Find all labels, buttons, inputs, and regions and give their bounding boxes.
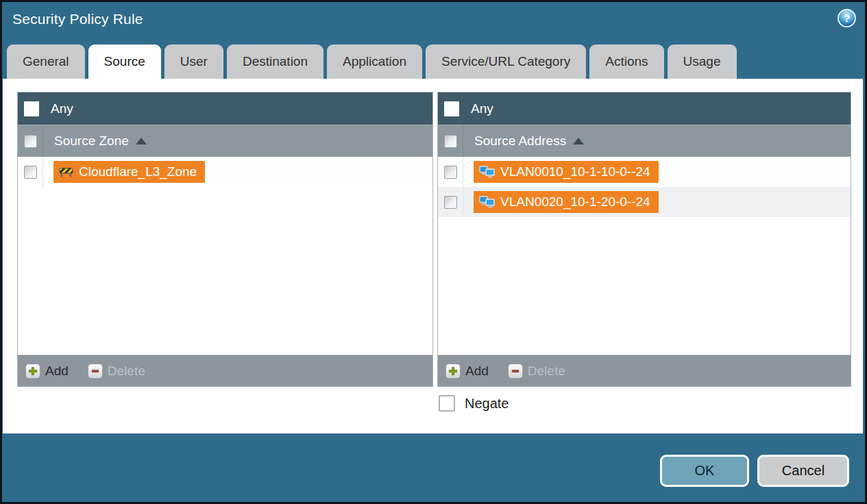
source-zone-any-checkbox[interactable] xyxy=(24,101,39,116)
tab-service-url-category[interactable]: Service/URL Category xyxy=(426,45,586,79)
source-zone-add-button[interactable]: Add xyxy=(25,364,69,379)
address-icon xyxy=(479,166,495,178)
delete-button-label: Delete xyxy=(108,364,145,379)
source-address-row[interactable]: VLAN0020_10-1-20-0--24 xyxy=(438,187,851,217)
tab-source[interactable]: Source xyxy=(88,45,161,79)
source-address-column-title: Source Address xyxy=(474,134,566,149)
source-address-item-label: VLAN0020_10-1-20-0--24 xyxy=(500,194,650,210)
row-checkbox-cell xyxy=(18,157,43,187)
help-icon[interactable]: ? xyxy=(838,9,856,27)
negate-checkbox[interactable] xyxy=(439,395,455,412)
source-address-select-all-checkbox[interactable] xyxy=(444,135,457,148)
source-address-add-button[interactable]: Add xyxy=(445,364,489,379)
source-zone-column-header[interactable]: Source Zone xyxy=(18,125,432,157)
source-address-header-checkbox-cell xyxy=(438,125,463,157)
source-address-any-checkbox[interactable] xyxy=(444,101,459,116)
negate-label: Negate xyxy=(465,396,509,412)
source-address-row[interactable]: VLAN0010_10-1-10-0--24 xyxy=(438,157,851,187)
source-address-row-checkbox[interactable] xyxy=(444,166,457,179)
zone-icon xyxy=(59,166,73,177)
source-address-chip[interactable]: VLAN0010_10-1-10-0--24 xyxy=(474,161,659,183)
delete-icon xyxy=(508,364,523,379)
negate-option: Negate xyxy=(439,395,509,412)
security-policy-rule-dialog: Security Policy Rule ? General Source Us… xyxy=(0,0,867,504)
sort-ascending-icon xyxy=(573,138,584,144)
source-zone-item-label: Cloudflare_L3_Zone xyxy=(79,164,197,179)
source-zone-row-checkbox[interactable] xyxy=(24,166,37,179)
source-zone-chip[interactable]: Cloudflare_L3_Zone xyxy=(53,161,205,183)
ok-button[interactable]: OK xyxy=(660,455,749,487)
tab-usage[interactable]: Usage xyxy=(668,45,737,79)
add-button-label: Add xyxy=(465,364,489,379)
source-address-row-checkbox[interactable] xyxy=(444,196,457,209)
source-zone-delete-button[interactable]: Delete xyxy=(88,364,145,379)
tab-bar: General Source User Destination Applicat… xyxy=(7,45,737,79)
source-address-any-label: Any xyxy=(471,101,493,116)
source-address-item-label: VLAN0010_10-1-10-0--24 xyxy=(500,164,650,179)
source-zone-select-all-checkbox[interactable] xyxy=(24,135,37,148)
source-address-column-header[interactable]: Source Address xyxy=(438,125,851,157)
source-address-chip[interactable]: VLAN0020_10-1-20-0--24 xyxy=(474,191,659,213)
row-checkbox-cell xyxy=(438,187,463,217)
source-address-any-row: Any xyxy=(438,92,851,125)
source-zone-toolbar: Add Delete xyxy=(18,355,432,386)
dialog-title: Security Policy Rule xyxy=(12,11,143,27)
address-icon xyxy=(479,196,495,208)
delete-button-label: Delete xyxy=(528,364,565,379)
source-address-toolbar: Add Delete xyxy=(438,355,851,386)
tab-user[interactable]: User xyxy=(164,45,223,79)
add-icon xyxy=(25,364,40,379)
source-zone-any-label: Any xyxy=(51,101,73,116)
delete-icon xyxy=(88,364,103,379)
source-address-delete-button[interactable]: Delete xyxy=(508,364,565,379)
tab-general[interactable]: General xyxy=(7,45,85,79)
cancel-button[interactable]: Cancel xyxy=(757,455,849,487)
source-zone-panel: Any Source Zone xyxy=(17,92,433,387)
source-zone-column-title: Source Zone xyxy=(54,134,129,149)
add-button-label: Add xyxy=(45,364,69,379)
source-zone-header-checkbox-cell xyxy=(18,125,43,157)
source-address-panel: Any Source Address xyxy=(437,92,851,387)
source-address-list: VLAN0010_10-1-10-0--24 xyxy=(438,157,851,355)
source-zone-row[interactable]: Cloudflare_L3_Zone xyxy=(18,157,432,187)
add-icon xyxy=(445,364,461,379)
tab-destination[interactable]: Destination xyxy=(227,45,323,79)
source-tab-content: Any Source Zone xyxy=(3,79,863,433)
tab-actions[interactable]: Actions xyxy=(589,45,663,79)
row-checkbox-cell xyxy=(438,157,463,187)
tab-application[interactable]: Application xyxy=(327,45,422,79)
sort-ascending-icon xyxy=(136,138,147,144)
source-zone-any-row: Any xyxy=(18,92,432,125)
source-zone-list: Cloudflare_L3_Zone xyxy=(18,157,432,355)
